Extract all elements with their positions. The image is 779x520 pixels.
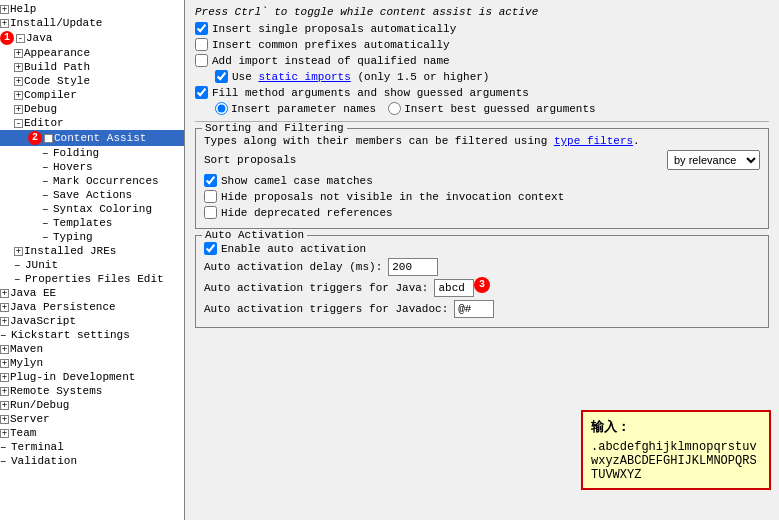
tree-item-server[interactable]: +Server [0, 412, 184, 426]
leaf-spacer: – [42, 161, 53, 173]
sort-proposals-select[interactable]: by relevance alphabetically [667, 150, 760, 170]
delay-input[interactable] [388, 258, 438, 276]
tree-label-appearance: Appearance [24, 47, 90, 59]
tree-item-terminal[interactable]: –Terminal [0, 440, 184, 454]
use-static-row: Use static imports (only 1.5 or higher) [215, 70, 769, 83]
tree-item-properties-files[interactable]: –Properties Files Edit [0, 272, 184, 286]
use-static-label[interactable]: Use static imports (only 1.5 or higher) [215, 70, 489, 83]
radio-group: Insert parameter names Insert best guess… [215, 102, 769, 115]
type-filters-link[interactable]: type filters [554, 135, 633, 147]
insert-single-label[interactable]: Insert single proposals automatically [195, 22, 456, 35]
insert-common-row: Insert common prefixes automatically [195, 38, 769, 51]
tree-item-folding[interactable]: –Folding [0, 146, 184, 160]
tree-item-install-update[interactable]: +Install/Update [0, 16, 184, 30]
tree-label-kickstart: Kickstart settings [11, 329, 130, 341]
tree-item-compiler[interactable]: +Compiler [0, 88, 184, 102]
leaf-spacer: – [0, 455, 11, 467]
tree-item-installed-jres[interactable]: +Installed JREs [0, 244, 184, 258]
radio-param[interactable] [215, 102, 228, 115]
tree-item-run-debug[interactable]: +Run/Debug [0, 398, 184, 412]
tree-label-hovers: Hovers [53, 161, 93, 173]
tree-item-appearance[interactable]: +Appearance [0, 46, 184, 60]
enable-auto-checkbox[interactable] [204, 242, 217, 255]
tree-label-content-assist: Content Assist [54, 132, 146, 144]
expand-icon: + [14, 247, 23, 256]
tree-label-remote-systems: Remote Systems [10, 385, 102, 397]
tree-item-junit[interactable]: –JUnit [0, 258, 184, 272]
expand-icon: + [0, 345, 9, 354]
hide-deprecated-text: Hide deprecated references [221, 207, 393, 219]
javadoc-triggers-row: Auto activation triggers for Javadoc: [204, 300, 760, 318]
hide-deprecated-checkbox[interactable] [204, 206, 217, 219]
expand-icon: + [14, 77, 23, 86]
tree-item-debug[interactable]: +Debug [0, 102, 184, 116]
hide-deprecated-label[interactable]: Hide deprecated references [204, 206, 393, 219]
tree-item-mylyn[interactable]: +Mylyn [0, 356, 184, 370]
fill-method-checkbox[interactable] [195, 86, 208, 99]
tree-item-java-persistence[interactable]: +Java Persistence [0, 300, 184, 314]
badge3-annotation: 3 [474, 277, 490, 293]
popup-box: 输入： .abcdefghijklmnopqrstuvwxyzABCDEFGHI… [581, 410, 771, 490]
tree-label-installed-jres: Installed JREs [24, 245, 116, 257]
java-triggers-input[interactable] [434, 279, 474, 297]
tree-item-help[interactable]: +Help [0, 2, 184, 16]
tree-label-syntax-coloring: Syntax Coloring [53, 203, 152, 215]
tree-item-java[interactable]: 1-Java [0, 30, 184, 46]
use-static-checkbox[interactable] [215, 70, 228, 83]
show-camel-checkbox[interactable] [204, 174, 217, 187]
show-camel-label[interactable]: Show camel case matches [204, 174, 373, 187]
tree-panel: +Help+Install/Update1-Java+Appearance+Bu… [0, 0, 185, 520]
tree-item-validation[interactable]: –Validation [0, 454, 184, 468]
tree-item-typing[interactable]: –Typing [0, 230, 184, 244]
tree-item-code-style[interactable]: +Code Style [0, 74, 184, 88]
tree-item-remote-systems[interactable]: +Remote Systems [0, 384, 184, 398]
expand-icon: + [14, 49, 23, 58]
tree-label-maven: Maven [10, 343, 43, 355]
tree-item-maven[interactable]: +Maven [0, 342, 184, 356]
auto-activation-title: Auto Activation [202, 229, 307, 241]
tree-label-server: Server [10, 413, 50, 425]
expand-icon: + [0, 289, 9, 298]
expand-icon: + [0, 359, 9, 368]
hide-invisible-checkbox[interactable] [204, 190, 217, 203]
tree-item-save-actions[interactable]: –Save Actions [0, 188, 184, 202]
tree-item-syntax-coloring[interactable]: –Syntax Coloring [0, 202, 184, 216]
leaf-spacer: – [14, 273, 25, 285]
insert-single-checkbox[interactable] [195, 22, 208, 35]
radio-param-label[interactable]: Insert parameter names [215, 102, 376, 115]
tree-item-mark-occurrences[interactable]: –Mark Occurrences [0, 174, 184, 188]
radio-best-label[interactable]: Insert best guessed arguments [388, 102, 595, 115]
tree-label-plugin-dev: Plug-in Development [10, 371, 135, 383]
insert-common-checkbox[interactable] [195, 38, 208, 51]
tree-label-mark-occurrences: Mark Occurrences [53, 175, 159, 187]
tree-item-kickstart[interactable]: –Kickstart settings [0, 328, 184, 342]
leaf-spacer: – [42, 231, 53, 243]
popup-label: 输入： [591, 418, 761, 436]
fill-method-label[interactable]: Fill method arguments and show guessed a… [195, 86, 529, 99]
tree-label-folding: Folding [53, 147, 99, 159]
tree-label-validation: Validation [11, 455, 77, 467]
expand-icon: + [14, 63, 23, 72]
tree-item-team[interactable]: +Team [0, 426, 184, 440]
tree-item-hovers[interactable]: –Hovers [0, 160, 184, 174]
tree-item-java-ee[interactable]: +Java EE [0, 286, 184, 300]
static-imports-link[interactable]: static imports [258, 71, 350, 83]
tree-item-templates[interactable]: –Templates [0, 216, 184, 230]
hide-invisible-label[interactable]: Hide proposals not visible in the invoca… [204, 190, 564, 203]
tree-item-plugin-dev[interactable]: +Plug-in Development [0, 370, 184, 384]
add-import-checkbox[interactable] [195, 54, 208, 67]
add-import-label[interactable]: Add import instead of qualified name [195, 54, 450, 67]
insert-common-label[interactable]: Insert common prefixes automatically [195, 38, 450, 51]
tree-item-build-path[interactable]: +Build Path [0, 60, 184, 74]
tree-item-javascript[interactable]: +JavaScript [0, 314, 184, 328]
javadoc-triggers-input[interactable] [454, 300, 494, 318]
enable-auto-label[interactable]: Enable auto activation [204, 242, 366, 255]
tree-item-content-assist[interactable]: 2-Content Assist [0, 130, 184, 146]
sort-proposals-row: Sort proposals by relevance alphabetical… [204, 150, 760, 170]
radio-best[interactable] [388, 102, 401, 115]
tree-item-editor[interactable]: -Editor [0, 116, 184, 130]
popup-content: .abcdefghijklmnopqrstuvwxyzABCDEFGHIJKLM… [591, 440, 761, 482]
leaf-spacer: – [0, 329, 11, 341]
tree-label-install-update: Install/Update [10, 17, 102, 29]
tree-label-team: Team [10, 427, 36, 439]
